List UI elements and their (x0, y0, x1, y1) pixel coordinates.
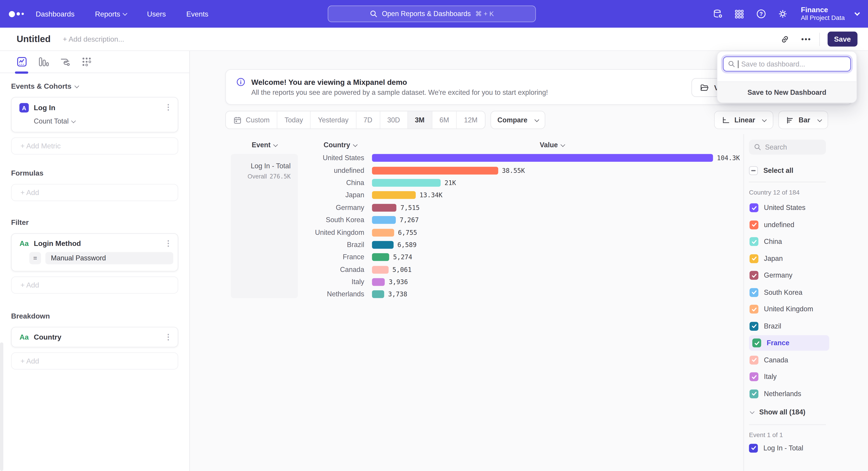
legend-item-united-states[interactable]: United States (749, 200, 828, 215)
nav-item-users[interactable]: Users (147, 10, 166, 18)
filter-value-input[interactable]: Manual Password (45, 252, 174, 264)
legend-checkbox[interactable] (749, 305, 758, 314)
legend-checkbox[interactable] (749, 355, 758, 364)
legend-item-germany[interactable]: Germany (749, 268, 828, 283)
project-chevron-down-icon[interactable] (855, 10, 860, 16)
tab-retention[interactable] (80, 56, 92, 68)
column-header-value[interactable]: Value (540, 141, 564, 149)
events-section-label[interactable]: Events & Cohorts (11, 82, 178, 90)
legend-item-japan[interactable]: Japan (749, 251, 828, 266)
filter-property-name[interactable]: Login Method (34, 239, 81, 248)
bar-italy[interactable] (372, 278, 385, 286)
column-header-country[interactable]: Country (289, 141, 356, 149)
breakdown-card[interactable]: Aa Country ⋮ (11, 327, 178, 348)
legend-checkbox[interactable] (749, 288, 758, 297)
date-range-12m[interactable]: 12M (457, 111, 485, 128)
nav-item-events[interactable]: Events (186, 10, 208, 18)
bar-france[interactable] (372, 254, 389, 261)
add-formula-button[interactable]: + Add (11, 184, 178, 201)
chart-row-united-kingdom: United Kingdom6,755 (190, 226, 743, 239)
mixpanel-logo-icon[interactable] (9, 11, 24, 17)
settings-gear-icon[interactable] (777, 8, 788, 20)
tab-flows[interactable] (59, 56, 71, 68)
legend-checkbox[interactable] (749, 389, 758, 398)
filter-card[interactable]: Aa Login Method ⋮ = Manual Password (11, 233, 178, 271)
report-header: Untitled + Add description... ••• Save (0, 28, 868, 51)
filter-operator-chip[interactable]: = (29, 252, 41, 264)
legend-item-canada[interactable]: Canada (749, 352, 828, 367)
data-management-icon[interactable] (712, 8, 723, 20)
column-header-event[interactable]: Event (231, 141, 298, 149)
bar-netherlands[interactable] (372, 291, 384, 298)
metric-aggregation-dropdown[interactable]: Count Total (34, 117, 170, 125)
add-description-button[interactable]: + Add description... (63, 35, 124, 43)
date-range-yesterday[interactable]: Yesterday (311, 111, 356, 128)
legend-checkbox[interactable] (752, 338, 761, 347)
legend-checkbox[interactable] (749, 254, 758, 263)
save-to-new-dashboard-button[interactable]: Save to New Dashboard (717, 82, 857, 102)
report-title[interactable]: Untitled (17, 34, 51, 45)
legend-event-item[interactable]: Log In - Total (749, 443, 868, 452)
date-range-3m[interactable]: 3M (408, 111, 432, 128)
bar-germany[interactable] (372, 204, 397, 211)
select-all-row[interactable]: Select all (749, 166, 868, 175)
add-filter-button[interactable]: + Add (11, 276, 178, 294)
bar-south-korea[interactable] (372, 216, 396, 224)
legend-checkbox[interactable] (749, 322, 758, 330)
legend-item-china[interactable]: China (749, 234, 828, 249)
legend-checkbox[interactable] (749, 372, 758, 381)
compare-button[interactable]: Compare (490, 111, 546, 129)
date-range-today[interactable]: Today (277, 111, 311, 128)
metric-event-name[interactable]: Log In (34, 104, 55, 112)
global-search-button[interactable]: Open Reports & Dashboards ⌘ + K (328, 5, 536, 22)
save-button[interactable]: Save (827, 32, 857, 47)
chart-type-dropdown[interactable]: Bar (778, 111, 828, 129)
bar-china[interactable] (372, 179, 441, 187)
metric-kebab-menu-icon[interactable]: ⋮ (164, 103, 172, 111)
legend-item-brazil[interactable]: Brazil (749, 318, 828, 334)
apps-grid-icon[interactable] (734, 8, 745, 20)
show-all-button[interactable]: Show all (184) (749, 408, 868, 416)
help-icon[interactable]: ? (755, 8, 767, 20)
bar-united-kingdom[interactable] (372, 229, 394, 236)
bar-undefined[interactable] (372, 167, 498, 174)
add-metric-button[interactable]: + Add Metric (11, 137, 178, 154)
bar-brazil[interactable] (372, 241, 394, 248)
select-all-checkbox[interactable] (749, 166, 758, 175)
legend-item-netherlands[interactable]: Netherlands (749, 386, 828, 402)
date-range-custom[interactable]: Custom (226, 111, 277, 128)
legend-item-united-kingdom[interactable]: United Kingdom (749, 301, 828, 317)
nav-item-dashboards[interactable]: Dashboards (36, 10, 74, 18)
tab-funnels[interactable] (37, 56, 49, 68)
sidebar-scrollbar[interactable] (0, 342, 3, 471)
date-range-7d[interactable]: 7D (356, 111, 380, 128)
nav-item-reports[interactable]: Reports (95, 10, 127, 18)
legend-checkbox[interactable] (749, 271, 758, 280)
legend-checkbox[interactable] (749, 237, 758, 246)
chart-scale-dropdown[interactable]: Linear (714, 111, 773, 129)
legend-item-undefined[interactable]: undefined (749, 217, 828, 233)
legend-item-italy[interactable]: Italy (749, 369, 828, 385)
bar-japan[interactable] (372, 192, 416, 199)
breakdown-kebab-menu-icon[interactable]: ⋮ (164, 333, 172, 341)
legend-search-input[interactable]: Search (749, 140, 826, 154)
copy-link-icon[interactable] (779, 33, 792, 45)
add-breakdown-button[interactable]: + Add (11, 352, 178, 370)
bar-canada[interactable] (372, 266, 389, 273)
legend-item-france[interactable]: France (749, 335, 829, 351)
more-actions-icon[interactable]: ••• (801, 35, 811, 43)
filter-kebab-menu-icon[interactable]: ⋮ (164, 239, 172, 247)
date-range-6m[interactable]: 6M (432, 111, 457, 128)
legend-checkbox[interactable] (749, 220, 758, 229)
dashboard-search-input[interactable]: Save to dashboard... (723, 57, 851, 71)
metric-card[interactable]: A Log In ⋮ Count Total (11, 97, 178, 133)
breakdown-property-name[interactable]: Country (34, 333, 61, 342)
event-checkbox[interactable] (749, 443, 758, 452)
chart-row-italy: Italy3,936 (190, 276, 743, 288)
date-range-30d[interactable]: 30D (380, 111, 408, 128)
tab-insights[interactable] (16, 56, 28, 68)
legend-item-south-korea[interactable]: South Korea (749, 285, 828, 300)
bar-united-states[interactable] (372, 154, 713, 162)
project-switcher[interactable]: Finance All Project Data (801, 6, 845, 22)
legend-checkbox[interactable] (749, 203, 758, 212)
